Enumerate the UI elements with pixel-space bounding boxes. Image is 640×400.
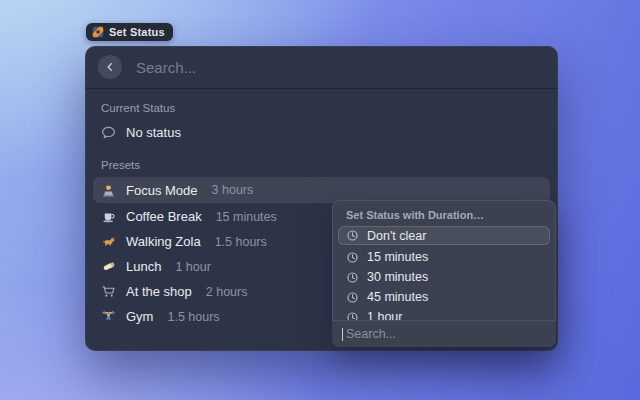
submenu-search-input[interactable]	[344, 326, 546, 342]
clock-icon	[346, 291, 359, 304]
submenu-item-label: 45 minutes	[367, 290, 428, 304]
section-current-status: Current Status	[93, 97, 550, 120]
list-item-label: No status	[126, 125, 181, 140]
list-item-no-status[interactable]: No status	[93, 120, 550, 145]
submenu-item-15-minutes[interactable]: 15 minutes	[338, 247, 550, 267]
chevron-left-icon	[104, 61, 116, 73]
preset-duration: 1.5 hours	[215, 235, 267, 249]
submenu-item-dont-clear[interactable]: Don't clear	[338, 226, 550, 245]
weightlifter-icon	[101, 309, 116, 324]
set-status-badge[interactable]: Set Status	[86, 23, 173, 41]
submenu-title: Set Status with Duration…	[332, 200, 556, 226]
person-technologist-icon	[101, 183, 116, 198]
preset-name: Walking Zola	[126, 234, 201, 249]
preset-name: Focus Mode	[126, 183, 198, 198]
clock-icon	[346, 271, 359, 284]
submenu-item-label: Don't clear	[367, 229, 426, 243]
search-input[interactable]	[134, 58, 545, 77]
speech-bubble-icon	[101, 125, 116, 140]
dog-icon	[101, 234, 116, 249]
shopping-cart-icon	[101, 284, 116, 299]
burrito-icon	[101, 259, 116, 274]
search-bar	[85, 46, 558, 89]
preset-name: Lunch	[126, 259, 161, 274]
submenu-item-45-minutes[interactable]: 45 minutes	[338, 287, 550, 307]
clock-icon	[346, 251, 359, 264]
coffee-icon	[101, 209, 116, 224]
duration-submenu: Set Status with Duration… Don't clear 15…	[332, 200, 556, 347]
submenu-item-label: 15 minutes	[367, 250, 428, 264]
preset-duration: 2 hours	[206, 285, 248, 299]
submenu-list: Don't clear 15 minutes 30 minutes 45 min…	[332, 226, 556, 327]
preset-duration: 1 hour	[175, 260, 210, 274]
preset-duration: 1.5 hours	[167, 310, 219, 324]
preset-name: Gym	[126, 309, 153, 324]
submenu-item-30-minutes[interactable]: 30 minutes	[338, 267, 550, 287]
text-cursor	[342, 328, 343, 341]
preset-name: Coffee Break	[126, 209, 202, 224]
preset-duration: 15 minutes	[216, 210, 277, 224]
preset-name: At the shop	[126, 284, 192, 299]
section-presets: Presets	[93, 154, 550, 177]
preset-duration: 3 hours	[212, 183, 254, 197]
submenu-item-label: 30 minutes	[367, 270, 428, 284]
badge-label: Set Status	[109, 26, 165, 38]
submenu-search-bar	[332, 320, 556, 347]
section-gap	[93, 145, 550, 154]
clock-icon	[346, 229, 359, 242]
back-button[interactable]	[98, 55, 122, 79]
set-status-extension-icon	[92, 26, 104, 38]
